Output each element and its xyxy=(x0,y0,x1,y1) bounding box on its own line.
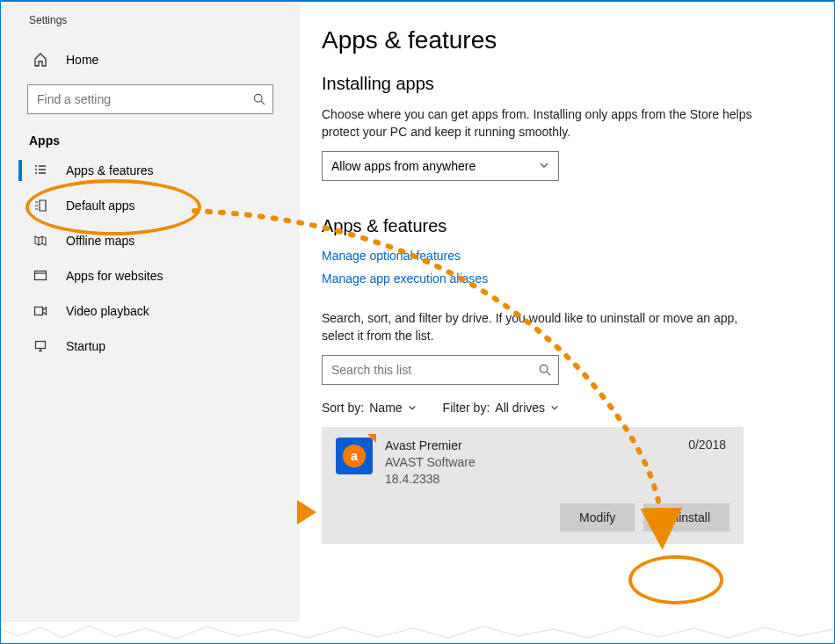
sidebar-item-apps-features[interactable]: Apps & features xyxy=(1,153,300,188)
manage-aliases-link[interactable]: Manage app execution aliases xyxy=(322,271,488,286)
installing-apps-description: Choose where you can get apps from. Inst… xyxy=(322,106,761,141)
svg-point-8 xyxy=(540,365,548,373)
annotation-arrow-icon xyxy=(297,500,316,525)
home-label: Home xyxy=(66,53,98,67)
page-title: Apps & features xyxy=(322,26,799,54)
filter-label: Filter by: xyxy=(443,401,490,415)
startup-icon xyxy=(33,339,48,353)
svg-line-9 xyxy=(547,373,550,376)
main-panel: Apps & features Installing apps Choose w… xyxy=(322,2,834,643)
map-icon xyxy=(33,234,48,248)
app-name: Avast Premier xyxy=(385,438,476,454)
sidebar: Settings Home Apps Apps & features xyxy=(1,2,300,643)
torn-edge-decoration xyxy=(1,622,834,643)
app-install-date: 0/2018 xyxy=(688,438,726,452)
filter-value: All drives xyxy=(495,401,545,415)
install-source-value: Allow apps from anywhere xyxy=(331,159,476,173)
window-title: Settings xyxy=(1,14,300,46)
nav-label: Apps & features xyxy=(66,163,154,177)
video-icon xyxy=(33,304,48,318)
section-label: Apps xyxy=(1,114,300,153)
chevron-down-icon xyxy=(408,403,417,412)
svg-point-0 xyxy=(254,94,262,102)
nav-label: Default apps xyxy=(66,199,135,213)
app-meta: Avast Premier AVAST Software 18.4.2338 xyxy=(385,438,476,488)
app-icon-letter: a xyxy=(343,445,366,467)
sidebar-item-startup[interactable]: Startup xyxy=(1,329,300,364)
sort-by-control[interactable]: Sort by: Name xyxy=(322,401,417,415)
sidebar-item-default-apps[interactable]: Default apps xyxy=(1,188,300,223)
svg-rect-5 xyxy=(36,342,46,349)
nav-label: Apps for websites xyxy=(66,269,163,283)
search-icon xyxy=(532,364,558,376)
app-item-selected[interactable]: a Avast Premier AVAST Software 18.4.2338… xyxy=(322,427,744,544)
defaults-icon xyxy=(33,199,48,213)
app-search[interactable] xyxy=(322,355,559,385)
chevron-down-icon xyxy=(550,403,559,412)
website-icon xyxy=(33,269,48,283)
sort-value: Name xyxy=(369,401,402,415)
nav-label: Video playback xyxy=(66,304,149,318)
app-icon-badge xyxy=(367,434,376,443)
sidebar-item-offline-maps[interactable]: Offline maps xyxy=(1,223,300,258)
manage-optional-features-link[interactable]: Manage optional features xyxy=(322,249,461,263)
home-nav[interactable]: Home xyxy=(1,46,300,76)
find-setting-search[interactable] xyxy=(27,84,273,114)
sidebar-item-video-playback[interactable]: Video playback xyxy=(1,293,300,329)
app-search-input[interactable] xyxy=(323,363,532,377)
app-publisher: AVAST Software xyxy=(385,454,476,471)
sort-label: Sort by: xyxy=(322,401,364,415)
installing-apps-heading: Installing apps xyxy=(322,74,799,94)
settings-window: Settings Home Apps Apps & features xyxy=(0,0,835,644)
nav-label: Startup xyxy=(66,339,105,353)
home-icon xyxy=(33,53,48,67)
nav-label: Offline maps xyxy=(66,234,134,248)
find-setting-input[interactable] xyxy=(28,92,246,106)
app-version: 18.4.2338 xyxy=(385,471,476,488)
install-source-select[interactable]: Allow apps from anywhere xyxy=(322,151,559,181)
uninstall-button[interactable]: Uninstall xyxy=(643,503,730,532)
sort-filter-row: Sort by: Name Filter by: All drives xyxy=(322,401,799,415)
avast-app-icon: a xyxy=(336,438,373,474)
svg-line-1 xyxy=(261,101,265,105)
sidebar-item-apps-websites[interactable]: Apps for websites xyxy=(1,258,300,293)
search-description: Search, sort, and filter by drive. If yo… xyxy=(322,310,761,344)
chevron-down-icon xyxy=(539,159,549,173)
svg-rect-4 xyxy=(35,308,43,315)
modify-button[interactable]: Modify xyxy=(560,503,635,532)
list-icon xyxy=(33,163,48,177)
svg-rect-2 xyxy=(35,271,47,280)
search-icon xyxy=(246,93,272,105)
apps-features-heading: Apps & features xyxy=(322,216,799,236)
filter-by-control[interactable]: Filter by: All drives xyxy=(443,401,559,415)
